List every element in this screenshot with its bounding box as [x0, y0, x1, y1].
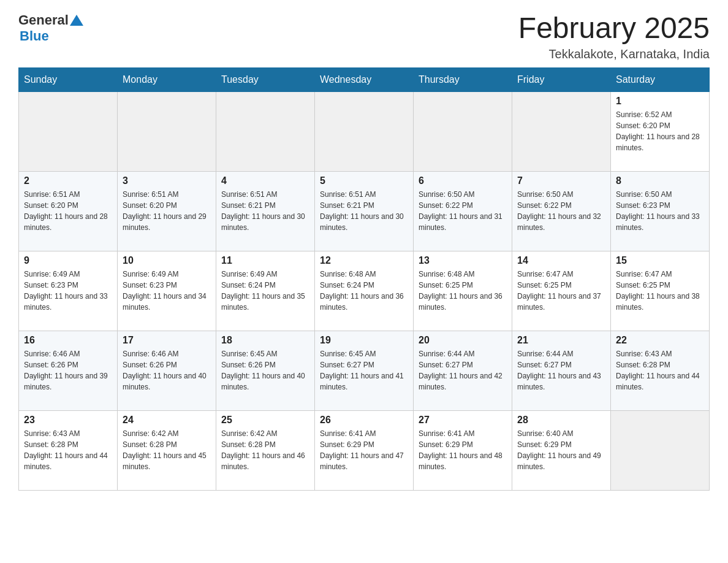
- day-info: Sunrise: 6:51 AM Sunset: 6:20 PM Dayligh…: [123, 189, 211, 233]
- day-info: Sunrise: 6:50 AM Sunset: 6:22 PM Dayligh…: [419, 189, 507, 233]
- day-number: 5: [320, 175, 408, 186]
- calendar-cell: 12Sunrise: 6:48 AM Sunset: 6:24 PM Dayli…: [315, 251, 414, 331]
- day-number: 26: [320, 415, 408, 426]
- calendar-week-row: 23Sunrise: 6:43 AM Sunset: 6:28 PM Dayli…: [19, 410, 710, 490]
- calendar-cell: [118, 91, 216, 171]
- calendar-day-header: Thursday: [414, 67, 512, 91]
- day-number: 7: [517, 175, 605, 186]
- calendar-cell: 17Sunrise: 6:46 AM Sunset: 6:26 PM Dayli…: [118, 331, 216, 410]
- calendar-week-row: 16Sunrise: 6:46 AM Sunset: 6:26 PM Dayli…: [19, 331, 710, 410]
- day-number: 8: [616, 175, 704, 186]
- calendar-cell: 24Sunrise: 6:42 AM Sunset: 6:28 PM Dayli…: [118, 410, 216, 490]
- day-info: Sunrise: 6:47 AM Sunset: 6:25 PM Dayligh…: [616, 269, 704, 313]
- calendar-cell: 15Sunrise: 6:47 AM Sunset: 6:25 PM Dayli…: [611, 251, 710, 331]
- calendar-day-header: Tuesday: [216, 67, 315, 91]
- day-number: 20: [419, 335, 507, 346]
- day-info: Sunrise: 6:40 AM Sunset: 6:29 PM Dayligh…: [517, 428, 605, 472]
- day-number: 3: [123, 175, 211, 186]
- calendar-cell: 20Sunrise: 6:44 AM Sunset: 6:27 PM Dayli…: [414, 331, 512, 410]
- day-info: Sunrise: 6:47 AM Sunset: 6:25 PM Dayligh…: [517, 269, 605, 313]
- day-number: 17: [123, 335, 211, 346]
- day-info: Sunrise: 6:45 AM Sunset: 6:26 PM Dayligh…: [221, 348, 309, 393]
- day-info: Sunrise: 6:43 AM Sunset: 6:28 PM Dayligh…: [24, 428, 112, 472]
- calendar-header-row: SundayMondayTuesdayWednesdayThursdayFrid…: [19, 67, 710, 91]
- day-number: 1: [616, 96, 704, 107]
- calendar-cell: 11Sunrise: 6:49 AM Sunset: 6:24 PM Dayli…: [216, 251, 315, 331]
- calendar-cell: 23Sunrise: 6:43 AM Sunset: 6:28 PM Dayli…: [19, 410, 118, 490]
- day-info: Sunrise: 6:52 AM Sunset: 6:20 PM Dayligh…: [616, 109, 704, 153]
- logo: General Blue: [18, 12, 83, 44]
- calendar-day-header: Friday: [512, 67, 611, 91]
- calendar-week-row: 9Sunrise: 6:49 AM Sunset: 6:23 PM Daylig…: [19, 251, 710, 331]
- day-info: Sunrise: 6:50 AM Sunset: 6:22 PM Dayligh…: [517, 189, 605, 233]
- day-number: 22: [616, 335, 704, 346]
- day-info: Sunrise: 6:51 AM Sunset: 6:21 PM Dayligh…: [221, 189, 309, 233]
- day-info: Sunrise: 6:41 AM Sunset: 6:29 PM Dayligh…: [320, 428, 408, 472]
- calendar-cell: 5Sunrise: 6:51 AM Sunset: 6:21 PM Daylig…: [315, 171, 414, 251]
- day-number: 24: [123, 415, 211, 426]
- calendar-cell: 22Sunrise: 6:43 AM Sunset: 6:28 PM Dayli…: [611, 331, 710, 410]
- day-number: 13: [419, 255, 507, 266]
- calendar-cell: 18Sunrise: 6:45 AM Sunset: 6:26 PM Dayli…: [216, 331, 315, 410]
- day-number: 28: [517, 415, 605, 426]
- calendar-cell: [512, 91, 611, 171]
- day-number: 21: [517, 335, 605, 346]
- day-number: 10: [123, 255, 211, 266]
- calendar-cell: 9Sunrise: 6:49 AM Sunset: 6:23 PM Daylig…: [19, 251, 118, 331]
- day-number: 12: [320, 255, 408, 266]
- day-number: 15: [616, 255, 704, 266]
- day-info: Sunrise: 6:51 AM Sunset: 6:21 PM Dayligh…: [320, 189, 408, 233]
- day-info: Sunrise: 6:49 AM Sunset: 6:23 PM Dayligh…: [24, 269, 112, 313]
- calendar-cell: 6Sunrise: 6:50 AM Sunset: 6:22 PM Daylig…: [414, 171, 512, 251]
- day-info: Sunrise: 6:49 AM Sunset: 6:24 PM Dayligh…: [221, 269, 309, 313]
- title-area: February 2025 Tekkalakote, Karnataka, In…: [518, 12, 710, 61]
- calendar-cell: [19, 91, 118, 171]
- calendar-cell: 21Sunrise: 6:44 AM Sunset: 6:27 PM Dayli…: [512, 331, 611, 410]
- day-number: 19: [320, 335, 408, 346]
- day-number: 2: [24, 175, 112, 186]
- calendar-cell: 25Sunrise: 6:42 AM Sunset: 6:28 PM Dayli…: [216, 410, 315, 490]
- logo-triangle-icon: [70, 13, 83, 27]
- day-info: Sunrise: 6:48 AM Sunset: 6:24 PM Dayligh…: [320, 269, 408, 313]
- day-info: Sunrise: 6:46 AM Sunset: 6:26 PM Dayligh…: [123, 348, 211, 393]
- calendar-cell: 4Sunrise: 6:51 AM Sunset: 6:21 PM Daylig…: [216, 171, 315, 251]
- calendar-cell: 13Sunrise: 6:48 AM Sunset: 6:25 PM Dayli…: [414, 251, 512, 331]
- day-info: Sunrise: 6:45 AM Sunset: 6:27 PM Dayligh…: [320, 348, 408, 393]
- day-info: Sunrise: 6:44 AM Sunset: 6:27 PM Dayligh…: [517, 348, 605, 393]
- calendar-cell: 3Sunrise: 6:51 AM Sunset: 6:20 PM Daylig…: [118, 171, 216, 251]
- day-info: Sunrise: 6:51 AM Sunset: 6:20 PM Dayligh…: [24, 189, 112, 233]
- calendar-week-row: 1Sunrise: 6:52 AM Sunset: 6:20 PM Daylig…: [19, 91, 710, 171]
- day-info: Sunrise: 6:43 AM Sunset: 6:28 PM Dayligh…: [616, 348, 704, 393]
- calendar-cell: 2Sunrise: 6:51 AM Sunset: 6:20 PM Daylig…: [19, 171, 118, 251]
- day-info: Sunrise: 6:50 AM Sunset: 6:23 PM Dayligh…: [616, 189, 704, 233]
- calendar-week-row: 2Sunrise: 6:51 AM Sunset: 6:20 PM Daylig…: [19, 171, 710, 251]
- svg-marker-0: [70, 15, 83, 26]
- day-number: 6: [419, 175, 507, 186]
- day-number: 9: [24, 255, 112, 266]
- day-number: 4: [221, 175, 309, 186]
- calendar-cell: 28Sunrise: 6:40 AM Sunset: 6:29 PM Dayli…: [512, 410, 611, 490]
- day-number: 23: [24, 415, 112, 426]
- day-info: Sunrise: 6:42 AM Sunset: 6:28 PM Dayligh…: [221, 428, 309, 472]
- day-number: 18: [221, 335, 309, 346]
- day-info: Sunrise: 6:46 AM Sunset: 6:26 PM Dayligh…: [24, 348, 112, 393]
- calendar-cell: [315, 91, 414, 171]
- calendar-cell: [414, 91, 512, 171]
- day-info: Sunrise: 6:41 AM Sunset: 6:29 PM Dayligh…: [419, 428, 507, 472]
- calendar-cell: 19Sunrise: 6:45 AM Sunset: 6:27 PM Dayli…: [315, 331, 414, 410]
- calendar-cell: 16Sunrise: 6:46 AM Sunset: 6:26 PM Dayli…: [19, 331, 118, 410]
- day-info: Sunrise: 6:42 AM Sunset: 6:28 PM Dayligh…: [123, 428, 211, 472]
- day-number: 25: [221, 415, 309, 426]
- calendar-cell: 8Sunrise: 6:50 AM Sunset: 6:23 PM Daylig…: [611, 171, 710, 251]
- calendar-cell: 10Sunrise: 6:49 AM Sunset: 6:23 PM Dayli…: [118, 251, 216, 331]
- calendar-cell: 27Sunrise: 6:41 AM Sunset: 6:29 PM Dayli…: [414, 410, 512, 490]
- day-number: 14: [517, 255, 605, 266]
- calendar-day-header: Wednesday: [315, 67, 414, 91]
- calendar-cell: 7Sunrise: 6:50 AM Sunset: 6:22 PM Daylig…: [512, 171, 611, 251]
- calendar-cell: 26Sunrise: 6:41 AM Sunset: 6:29 PM Dayli…: [315, 410, 414, 490]
- location-title: Tekkalakote, Karnataka, India: [518, 47, 710, 61]
- day-number: 16: [24, 335, 112, 346]
- calendar-cell: [216, 91, 315, 171]
- calendar-cell: 1Sunrise: 6:52 AM Sunset: 6:20 PM Daylig…: [611, 91, 710, 171]
- calendar-day-header: Sunday: [19, 67, 118, 91]
